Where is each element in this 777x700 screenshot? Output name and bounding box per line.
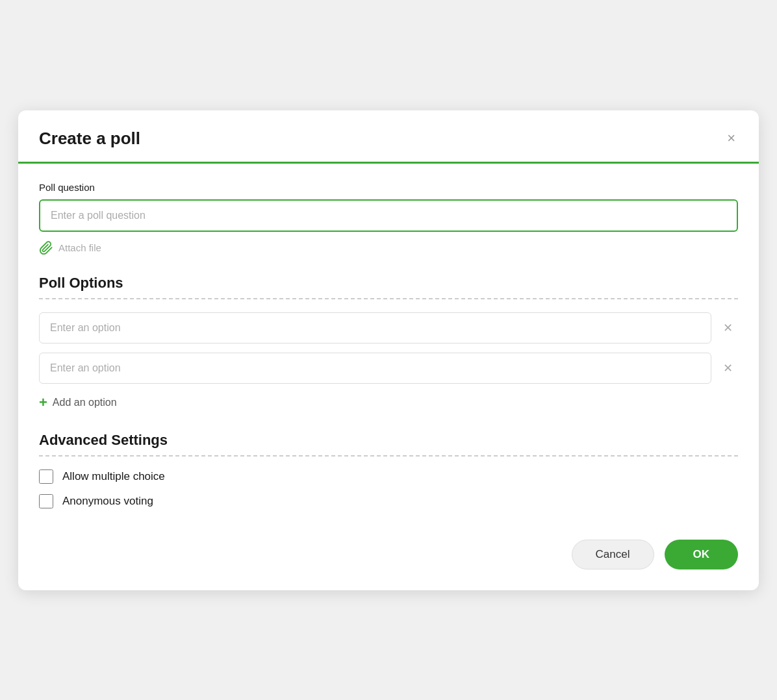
paperclip-icon (39, 241, 53, 255)
option-input-1[interactable] (39, 312, 711, 344)
dialog-header: Create a poll × (18, 110, 759, 149)
allow-multiple-checkbox[interactable] (39, 469, 53, 484)
anonymous-voting-row: Anonymous voting (39, 494, 738, 508)
anonymous-voting-label[interactable]: Anonymous voting (62, 495, 153, 508)
ok-button[interactable]: OK (665, 540, 739, 569)
close-icon-1: ✕ (723, 321, 733, 335)
cancel-button[interactable]: Cancel (572, 540, 654, 569)
allow-multiple-row: Allow multiple choice (39, 469, 738, 484)
poll-options-section: Poll Options ✕ ✕ + Add an option (39, 275, 738, 412)
advanced-divider (39, 455, 738, 456)
options-divider (39, 298, 738, 299)
option-row-2: ✕ (39, 353, 738, 384)
close-icon-2: ✕ (723, 361, 733, 375)
dialog-footer: Cancel OK (18, 527, 759, 590)
advanced-settings-title: Advanced Settings (39, 432, 738, 449)
poll-question-input[interactable] (39, 199, 738, 232)
option-row-1: ✕ (39, 312, 738, 344)
attach-file-label: Attach file (58, 242, 101, 253)
attach-file-button[interactable]: Attach file (39, 241, 101, 255)
dialog-body: Poll question Attach file Poll Options ✕ (18, 164, 759, 527)
plus-icon: + (39, 395, 47, 410)
add-option-button[interactable]: + Add an option (39, 393, 117, 412)
advanced-settings-section: Advanced Settings Allow multiple choice … (39, 432, 738, 508)
anonymous-voting-checkbox[interactable] (39, 494, 53, 508)
poll-question-label: Poll question (39, 182, 738, 193)
allow-multiple-label[interactable]: Allow multiple choice (62, 470, 165, 483)
poll-options-title: Poll Options (39, 275, 738, 292)
create-poll-dialog: Create a poll × Poll question Attach fil… (18, 110, 759, 590)
dialog-title: Create a poll (39, 129, 140, 149)
remove-option-button-2[interactable]: ✕ (718, 358, 738, 378)
remove-option-button-1[interactable]: ✕ (718, 318, 738, 338)
add-option-label: Add an option (53, 397, 117, 408)
option-input-2[interactable] (39, 353, 711, 384)
poll-question-section: Poll question Attach file (39, 182, 738, 255)
close-button[interactable]: × (724, 129, 738, 148)
